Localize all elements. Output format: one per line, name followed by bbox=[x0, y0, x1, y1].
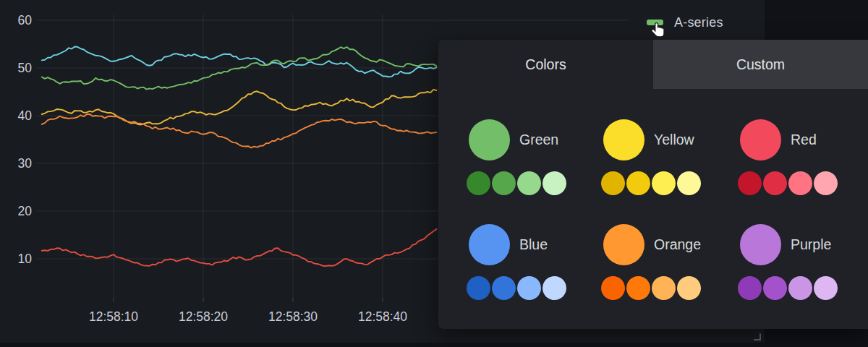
palette-group-purple: Purple bbox=[740, 224, 868, 318]
color-shade-red-1[interactable] bbox=[738, 171, 762, 195]
color-shade-purple-1[interactable] bbox=[738, 276, 762, 300]
color-shade-purple-2[interactable] bbox=[763, 276, 787, 300]
color-palette-grid: GreenYellowRedBlueOrangePurple bbox=[438, 89, 868, 329]
color-name-label: Red bbox=[791, 119, 817, 160]
color-shades-row bbox=[601, 276, 701, 300]
palette-group-yellow: Yellow bbox=[603, 119, 738, 213]
legend-item-a-series[interactable]: A-series bbox=[647, 13, 723, 32]
color-picker-tabs: ColorsCustom bbox=[438, 40, 868, 89]
color-primary-orange[interactable] bbox=[603, 224, 644, 265]
color-shade-red-3[interactable] bbox=[788, 171, 812, 195]
color-shade-orange-2[interactable] bbox=[626, 276, 650, 300]
color-shade-orange-1[interactable] bbox=[601, 276, 625, 300]
color-shades-row bbox=[738, 171, 838, 195]
palette-group-red: Red bbox=[740, 119, 868, 213]
color-shade-red-4[interactable] bbox=[814, 171, 838, 195]
color-shade-red-2[interactable] bbox=[763, 171, 787, 195]
color-primary-blue[interactable] bbox=[469, 224, 510, 265]
color-shades-row bbox=[738, 276, 838, 300]
color-primary-yellow[interactable] bbox=[603, 119, 644, 160]
color-name-label: Blue bbox=[519, 224, 548, 265]
color-shade-blue-1[interactable] bbox=[467, 276, 490, 300]
y-axis-label-10: 10 bbox=[1, 252, 32, 266]
x-axis-label-12:58:30: 12:58:30 bbox=[257, 309, 329, 324]
y-axis-label-60: 60 bbox=[1, 13, 32, 27]
color-shade-yellow-3[interactable] bbox=[652, 171, 676, 195]
color-name-label: Orange bbox=[654, 224, 701, 265]
color-name-label: Green bbox=[519, 119, 558, 160]
color-shades-row bbox=[601, 171, 701, 195]
legend-series-label[interactable]: A-series bbox=[674, 15, 723, 30]
dashboard-page: 102030405060 12:58:1012:58:2012:58:3012:… bbox=[0, 0, 868, 347]
color-shade-yellow-4[interactable] bbox=[677, 171, 701, 195]
color-shade-purple-4[interactable] bbox=[814, 276, 838, 300]
x-axis-label-12:58:10: 12:58:10 bbox=[77, 309, 150, 324]
color-shade-blue-4[interactable] bbox=[542, 276, 566, 300]
color-shade-blue-3[interactable] bbox=[517, 276, 541, 300]
palette-group-green: Green bbox=[469, 119, 603, 213]
y-axis-label-30: 30 bbox=[1, 156, 32, 171]
color-picker-popover: ColorsCustom GreenYellowRedBlueOrangePur… bbox=[438, 40, 868, 329]
color-shade-green-1[interactable] bbox=[467, 171, 490, 195]
y-axis-label-20: 20 bbox=[1, 204, 32, 218]
series-line-orange bbox=[42, 114, 437, 147]
color-shade-yellow-2[interactable] bbox=[626, 171, 650, 195]
tab-custom[interactable]: Custom bbox=[653, 40, 868, 89]
series-color-swatch-icon[interactable] bbox=[647, 20, 663, 25]
color-primary-purple[interactable] bbox=[740, 224, 781, 265]
color-shade-green-3[interactable] bbox=[517, 171, 541, 195]
tab-colors[interactable]: Colors bbox=[438, 40, 653, 89]
x-axis-label-12:58:20: 12:58:20 bbox=[167, 309, 239, 324]
series-line-red bbox=[42, 229, 437, 266]
palette-group-orange: Orange bbox=[603, 224, 738, 318]
color-shade-purple-3[interactable] bbox=[788, 276, 812, 300]
x-axis-label-12:58:40: 12:58:40 bbox=[346, 309, 419, 324]
y-axis-label-40: 40 bbox=[1, 108, 32, 123]
color-name-label: Yellow bbox=[654, 119, 694, 160]
color-shade-orange-3[interactable] bbox=[652, 276, 676, 300]
color-shade-orange-4[interactable] bbox=[677, 276, 701, 300]
color-shades-row bbox=[467, 171, 566, 195]
y-axis-label-50: 50 bbox=[1, 61, 32, 75]
color-shade-green-4[interactable] bbox=[542, 171, 566, 195]
series-line-yellow bbox=[42, 90, 437, 125]
color-shade-green-2[interactable] bbox=[492, 171, 516, 195]
palette-group-blue: Blue bbox=[469, 224, 603, 318]
color-name-label: Purple bbox=[791, 224, 831, 265]
color-shade-blue-2[interactable] bbox=[492, 276, 516, 300]
panel-resize-handle-icon[interactable] bbox=[754, 333, 762, 341]
color-primary-red[interactable] bbox=[740, 119, 781, 160]
color-primary-green[interactable] bbox=[469, 119, 510, 160]
color-shades-row bbox=[467, 276, 566, 300]
color-shade-yellow-1[interactable] bbox=[601, 171, 625, 195]
